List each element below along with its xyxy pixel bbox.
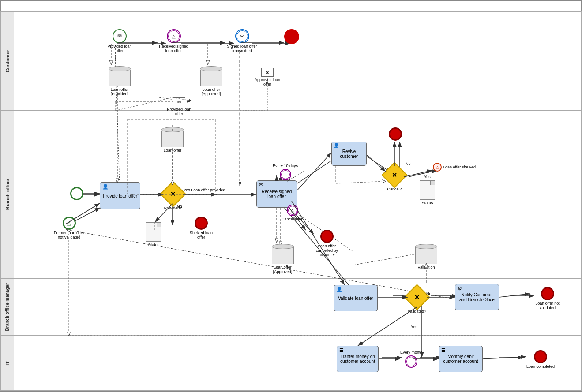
branch-start-circle: [70, 187, 83, 200]
former-loan-label: Former loan offer not validated: [53, 231, 86, 239]
yes-label: Yes Loan offer provided: [184, 188, 225, 192]
shelved-label: Loan offer shelved: [443, 165, 476, 169]
receive-signed-task[interactable]: ✉ Receive signed loan offer: [256, 180, 297, 208]
validated-no-label: No: [426, 291, 432, 296]
validate-loan-task[interactable]: 👤 Validate loan offer: [334, 285, 378, 311]
branch-start: [70, 187, 83, 200]
lane-it-label: IT: [5, 361, 10, 366]
loan-offer-approved-branch: Loan offer [Approved]: [268, 242, 297, 274]
validate-task-label: Validate loan offer: [338, 296, 373, 301]
customer-end: [284, 29, 299, 44]
status-doc-1: Status: [146, 222, 161, 247]
transfer-money-label: Tranfer money on customer account: [339, 354, 376, 364]
loan-completed-label: Loan completed: [526, 364, 555, 369]
cancellation-event: △ Cancellation: [282, 205, 304, 221]
lane-manager-label: Branch office manager: [5, 283, 10, 331]
monthly-debit-label: Monthly debit customer account: [441, 354, 481, 364]
cancel-no-end: [389, 127, 402, 141]
provided-loan-msg-label: Provided loan offer: [164, 107, 195, 116]
customer-msg-transmitted: ✉ Signed loan offer transmitted: [225, 29, 259, 53]
cancelled-end: Loan offer cancelled by customer: [309, 230, 345, 257]
former-start-circle: △: [63, 217, 76, 230]
customer-msg-start: ✉ Provided loan offer: [104, 29, 135, 53]
approved-loan-msg: ✉ Approved loan offer: [252, 68, 283, 86]
lane-customer-label: Customer: [5, 50, 10, 72]
not-validated-end: Loan offer not validated: [530, 287, 565, 310]
validated-gateway: ✕ Validated?: [408, 288, 426, 314]
shelved-loan-label: Shelved loan offer: [186, 231, 217, 239]
intermediate-event-circle: △: [167, 29, 181, 43]
customer-msg-start-label: Provided loan offer: [104, 44, 135, 53]
former-loan-start: △ Former loan offer not validated: [53, 217, 86, 239]
cancel-no-end-circle: [389, 127, 402, 141]
status1-label: Status: [148, 243, 160, 247]
notify-task[interactable]: ⚙ Notify Customer and Branch Office: [455, 284, 499, 310]
loan-offer-approved-c-label: Loan offer [Approved]: [197, 87, 225, 96]
loan-offer-provided-store: Loan offer [Provided]: [106, 64, 133, 96]
validation-label: Validation: [418, 265, 435, 269]
status2-label: Status: [422, 201, 433, 205]
diagram-container: Customer Branch office Branch office man…: [0, 0, 582, 392]
every-10-days: Every 10 days: [273, 164, 298, 180]
shelved-end: Shelved loan offer: [186, 217, 217, 239]
loan-offer-approved-customer: Loan offer [Approved]: [197, 64, 225, 96]
every-month-label: Every month: [400, 350, 423, 355]
lane-customer: Customer: [0, 11, 582, 111]
every-month-event: Every month: [400, 350, 423, 368]
not-validated-label: Loan offer not validated: [530, 301, 565, 310]
status-doc-2: Status: [420, 180, 435, 205]
lane-it: IT: [0, 336, 582, 391]
validation-store: Validation: [415, 242, 437, 269]
notify-task-label: Notify Customer and Branch Office: [457, 292, 497, 302]
provided-loan-msg: ✉ Provided loan offer: [164, 97, 195, 116]
received-signed-label: Received signed loan offer: [157, 44, 190, 53]
cancellation-label: Cancellation: [282, 217, 304, 221]
loan-approved-b-label: Loan offer [Approved]: [268, 265, 297, 274]
revive-customer-label: Revive customer: [333, 149, 365, 159]
receive-signed-label: Receive signed loan offer: [259, 189, 295, 199]
revive-customer-task[interactable]: 👤 Revive customer: [331, 142, 367, 166]
customer-intermediate: △ Received signed loan offer: [157, 29, 190, 53]
vertical-dashed-1: [239, 51, 240, 186]
start-event-circle: ✉: [113, 29, 127, 43]
loan-offer-branch-store: Loan offer: [161, 125, 184, 153]
validated-yes-label: Yes: [411, 325, 417, 329]
loan-completed-end: Loan completed: [526, 350, 555, 369]
provide-loan-task-label: Provide loan offer: [103, 194, 137, 198]
transfer-money-task[interactable]: ☰ Tranfer money on customer account: [337, 346, 379, 372]
provide-loan-offer-task[interactable]: 👤 Provide loan offer: [100, 182, 140, 209]
approved-loan-label: Approved loan offer: [252, 78, 283, 86]
cancelled-label: Loan offer cancelled by customer: [309, 244, 345, 257]
loan-offer-branch-label: Loan offer: [164, 148, 181, 153]
every-10-label: Every 10 days: [273, 164, 298, 168]
loan-offer-provided-label: Loan offer [Provided]: [106, 87, 133, 96]
msg-transmitted-circle: ✉: [235, 29, 249, 43]
signed-transmitted-label: Signed loan offer transmitted: [225, 44, 259, 53]
monthly-debit-task[interactable]: ☰ Monthly debit customer account: [439, 346, 483, 372]
cancel-yes-label: Yes: [424, 175, 431, 179]
no-label: No: [177, 204, 182, 209]
loan-offer-shelved-annotation: △ Loan offer shelved: [433, 163, 476, 172]
cancel-no-label: No: [406, 161, 411, 166]
lane-branch-label: Branch office: [5, 179, 10, 210]
end-event-circle: [284, 29, 299, 44]
cancel-gateway: ✕ Cancel?: [385, 166, 404, 191]
